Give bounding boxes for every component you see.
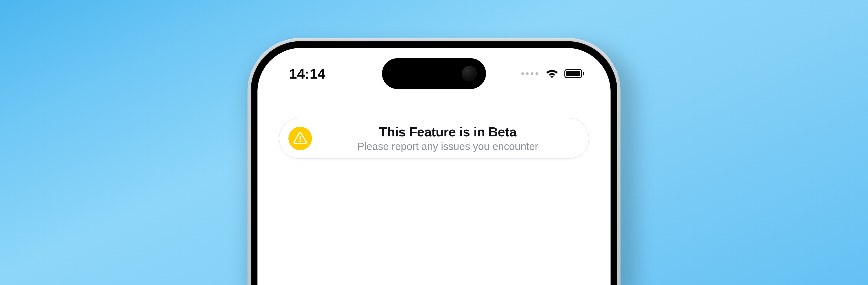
cellular-dots-icon xyxy=(521,72,538,75)
phone-frame: 14:14 xyxy=(248,38,620,285)
status-right-group xyxy=(521,69,584,78)
banner-text-group: This Feature is in Beta Please report an… xyxy=(320,124,576,152)
svg-point-1 xyxy=(300,141,301,142)
wifi-icon xyxy=(546,69,559,78)
status-time: 14:14 xyxy=(289,66,326,82)
battery-icon xyxy=(564,69,584,78)
banner-title: This Feature is in Beta xyxy=(379,124,516,139)
phone-screen: 14:14 xyxy=(257,48,611,285)
phone-bezel: 14:14 xyxy=(251,41,617,285)
warning-icon xyxy=(288,127,312,150)
beta-notice-banner[interactable]: This Feature is in Beta Please report an… xyxy=(279,118,589,159)
banner-subtitle: Please report any issues you encounter xyxy=(358,140,538,152)
dynamic-island xyxy=(382,58,486,89)
